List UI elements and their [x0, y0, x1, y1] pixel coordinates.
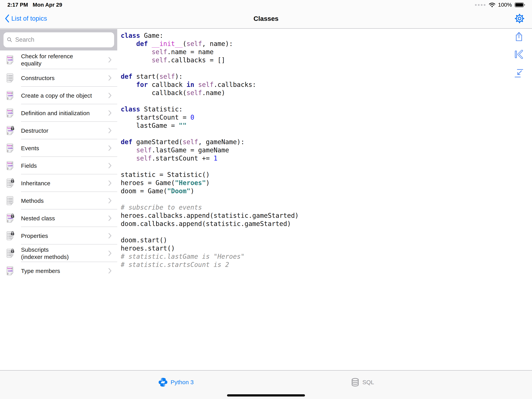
back-button[interactable]: List of topics [5, 14, 47, 23]
topic-item-label: Constructors [21, 74, 108, 82]
share-button[interactable] [514, 32, 524, 41]
chevron-right-icon [108, 110, 112, 116]
svg-text:}: } [7, 61, 8, 64]
func-code-file-icon-locked: funccode} [6, 213, 14, 223]
topic-item-label: Definition and initialization [21, 109, 108, 117]
chevron-right-icon [108, 57, 112, 63]
svg-text:}: } [7, 150, 8, 152]
code-line: heroes.start() [121, 244, 532, 252]
svg-text:{: { [12, 92, 13, 94]
svg-text:func: func [7, 144, 12, 147]
topic-item[interactable]: func{code}Check for reference equality [0, 51, 117, 69]
code-line [121, 195, 532, 203]
topic-item[interactable]: func{code}Create a copy of the object [0, 87, 117, 104]
topic-item-label: Events [21, 145, 108, 152]
topic-item[interactable]: Methods [0, 192, 117, 209]
svg-text:func: func [7, 92, 12, 94]
func-code-file-icon: func{code} [6, 161, 14, 170]
topic-item[interactable]: Inheritance [0, 174, 117, 192]
search-input[interactable]: Search [4, 32, 114, 47]
topic-item-label: Destructor [21, 127, 108, 134]
status-time: 2:17 PM [7, 2, 28, 8]
sidebar: Search func{code}Check for reference equ… [0, 29, 117, 399]
svg-text:}: } [7, 272, 8, 275]
status-bar: 2:17 PM Mon Apr 29 100% [0, 0, 532, 9]
collapse-arrow-icon [514, 75, 524, 78]
svg-text:func: func [7, 56, 12, 58]
func-code-file-icon: func{code} [6, 266, 14, 276]
code-line: self.name = name [121, 48, 532, 56]
collapse-button[interactable] [514, 69, 524, 78]
doc-lines-file-icon-locked [6, 179, 14, 188]
tab-python3[interactable]: Python 3 [158, 374, 194, 390]
python-icon [158, 377, 168, 387]
topic-item[interactable]: Constructors [0, 69, 117, 87]
share-icon [514, 39, 524, 42]
page-title: Classes [253, 15, 279, 22]
topic-item-label: Create a copy of the object [21, 92, 108, 99]
chevron-right-icon [108, 180, 112, 186]
svg-text:{: { [12, 267, 13, 270]
topic-item-label: Properties [21, 232, 108, 239]
svg-text:}: } [7, 167, 8, 169]
code-line [121, 228, 532, 236]
topic-list: func{code}Check for reference equalityCo… [0, 51, 117, 399]
svg-text:}: } [7, 220, 8, 222]
status-date: Mon Apr 29 [33, 2, 62, 8]
svg-text:code: code [8, 147, 13, 149]
code-view[interactable]: class Game: def __init__(self, name): se… [117, 29, 532, 370]
doc-lines-file-icon-locked [6, 231, 14, 240]
topic-item[interactable]: func{code}Fields [0, 157, 117, 174]
svg-text:{: { [12, 144, 13, 147]
svg-text:{: { [12, 56, 13, 58]
topic-item[interactable]: func{code}Events [0, 139, 117, 157]
skip-to-start-icon [514, 56, 524, 59]
skip-to-start-button[interactable] [514, 50, 524, 60]
doc-lines-file-icon [6, 73, 14, 83]
home-indicator[interactable] [227, 394, 305, 396]
svg-text:}: } [7, 132, 8, 135]
code-line: # statistic.startsCount is 2 [121, 261, 532, 269]
navigation-bar: List of topics Classes [0, 9, 532, 28]
svg-text:code: code [8, 270, 13, 272]
func-code-file-icon: func{code} [6, 143, 14, 153]
topic-item[interactable]: funccode}Nested class [0, 209, 117, 227]
chevron-right-icon [108, 128, 112, 134]
chevron-right-icon [108, 145, 112, 151]
code-line: self.lastGame = gameName [121, 146, 532, 154]
code-line: self.startsCount += 1 [121, 154, 532, 162]
gear-icon [515, 21, 524, 24]
code-line: doom.start() [121, 236, 532, 244]
code-line: heroes.callbacks.append(statistic.gameSt… [121, 212, 532, 220]
chevron-right-icon [108, 163, 112, 168]
code-line [121, 97, 532, 105]
search-placeholder: Search [15, 36, 34, 43]
topic-item-label: Check for reference equality [21, 53, 108, 67]
database-icon [351, 378, 360, 387]
doc-lines-file-icon-locked [6, 249, 14, 258]
settings-button[interactable] [515, 14, 524, 23]
svg-text:{: { [12, 162, 13, 164]
topic-item[interactable]: func{code}Type members [0, 262, 117, 280]
code-line: # statistic.lastGame is "Heroes" [121, 252, 532, 261]
topic-item[interactable]: Subscripts (indexer methods) [0, 245, 117, 262]
svg-text:}: } [7, 115, 8, 117]
top-bar: 2:17 PM Mon Apr 29 100% [0, 0, 532, 29]
code-line: # subscribe to events [121, 203, 532, 212]
code-line: def start(self): [121, 72, 532, 81]
tab-sql-label: SQL [362, 379, 374, 386]
topic-item-label: Fields [21, 162, 108, 169]
code-line: def gameStarted(self, gameName): [121, 138, 532, 146]
topic-item[interactable]: func{code}Definition and initialization [0, 104, 117, 122]
topic-item[interactable]: Properties [0, 227, 117, 245]
code-line: doom.callbacks.append(statistic.gameStar… [121, 220, 532, 228]
code-line [121, 130, 532, 138]
svg-text:{: { [12, 109, 13, 112]
code-line: self.callbacks = [] [121, 56, 532, 64]
func-code-file-icon: func{code} [6, 108, 14, 118]
topic-item[interactable]: funccode}Destructor [0, 122, 117, 139]
back-button-label: List of topics [11, 15, 47, 22]
topic-item-label: Inheritance [21, 180, 108, 187]
battery-percent: 100% [498, 2, 512, 8]
tab-sql[interactable]: SQL [351, 374, 374, 390]
